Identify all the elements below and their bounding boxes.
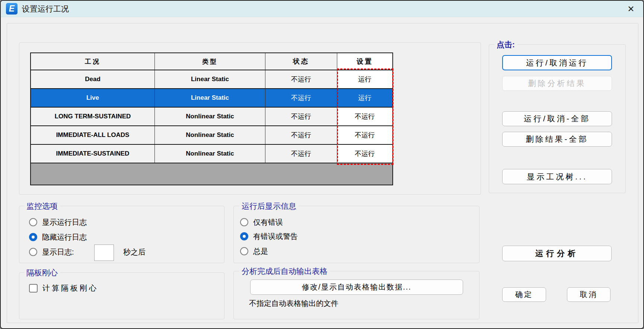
click-group-label: 点击:: [494, 39, 517, 50]
radio-icon[interactable]: [240, 247, 248, 255]
checkbox-label[interactable]: 计算隔板刚心: [42, 283, 98, 293]
run-cases-dialog: E 设置运行工况 ✕ 工况 类型 状态 设置 Dead Linear Stati…: [0, 0, 644, 329]
cell-type: Nonlinear Static: [155, 108, 265, 125]
cell-case: Dead: [31, 70, 155, 88]
cell-status: 不运行: [265, 89, 337, 107]
run-all-button[interactable]: 运行/取消-全部: [502, 111, 612, 126]
load-cases-table: 工况 类型 状态 设置 Dead Linear Static 不运行 运行 Li…: [30, 52, 393, 185]
table-row[interactable]: IMMEDIATE-ALL LOADS Nonlinear Static 不运行…: [31, 126, 392, 145]
radio-label[interactable]: 显示日志:: [42, 247, 74, 257]
header-status: 状态: [265, 53, 337, 70]
radio-icon[interactable]: [240, 218, 248, 226]
cell-case: IMMEDIATE-ALL LOADS: [31, 126, 155, 144]
cell-status: 不运行: [265, 126, 337, 144]
header-type: 类型: [155, 53, 265, 70]
cell-action[interactable]: 运行: [337, 89, 392, 107]
table-row[interactable]: LONG TERM-SUSTAINED Nonlinear Static 不运行…: [31, 108, 392, 126]
message-group-label: 运行后显示信息: [239, 201, 299, 211]
cell-action[interactable]: 不运行: [337, 108, 392, 125]
close-icon[interactable]: ✕: [625, 3, 637, 15]
cell-action[interactable]: 不运行: [337, 126, 392, 144]
cell-case: Live: [31, 89, 155, 107]
radio-icon-selected[interactable]: [240, 232, 248, 240]
diaphragm-group-label: 隔板刚心: [24, 268, 60, 278]
radio-errors-only[interactable]: 仅有错误: [240, 217, 283, 228]
cell-status: 不运行: [265, 108, 337, 125]
table-row[interactable]: Dead Linear Static 不运行 运行: [31, 70, 392, 89]
checkbox-calc-diaphragm[interactable]: 计算隔板刚心: [29, 282, 98, 294]
table-row-selected[interactable]: Live Linear Static 不运行 运行: [31, 89, 392, 108]
radio-label[interactable]: 有错误或警告: [253, 231, 298, 242]
radio-label[interactable]: 仅有错误: [253, 217, 283, 227]
ok-button[interactable]: 确定: [502, 287, 546, 302]
checkbox-icon[interactable]: [29, 284, 38, 293]
table-header-row: 工况 类型 状态 设置: [31, 53, 392, 70]
cell-type: Linear Static: [155, 70, 265, 88]
auto-tables-group: [233, 271, 479, 319]
seconds-suffix-label: 秒之后: [123, 247, 146, 257]
cell-case: IMMEDIATE-SUSTAINED: [31, 145, 155, 163]
cell-action[interactable]: 不运行: [337, 145, 392, 163]
radio-errors-warnings[interactable]: 有错误或警告: [240, 231, 298, 242]
monitor-group-label: 监控选项: [24, 201, 60, 211]
show-case-tree-button[interactable]: 显示工况树...: [502, 169, 612, 184]
app-logo-icon: E: [6, 3, 17, 15]
table-empty-area: [31, 163, 392, 185]
radio-label[interactable]: 隐藏运行日志: [42, 232, 87, 242]
title-bar: E 设置运行工况 ✕: [1, 1, 643, 17]
header-action: 设置: [337, 53, 392, 70]
seconds-input[interactable]: [94, 245, 114, 261]
radio-label[interactable]: 总是: [253, 246, 268, 256]
cell-case: LONG TERM-SUSTAINED: [31, 108, 155, 125]
radio-icon[interactable]: [29, 248, 37, 256]
cell-action[interactable]: 运行: [337, 70, 392, 88]
cell-status: 不运行: [265, 145, 337, 163]
radio-show-log[interactable]: 显示运行日志: [29, 217, 87, 228]
run-analysis-button[interactable]: 运行分析: [502, 246, 612, 261]
auto-tables-group-label: 分析完成后自动输出表格: [239, 266, 330, 277]
cell-type: Nonlinear Static: [155, 126, 265, 144]
delete-all-results-button[interactable]: 删除结果-全部: [502, 132, 612, 147]
auto-tables-note: 不指定自动表格输出的文件: [249, 298, 338, 309]
cell-status: 不运行: [265, 70, 337, 88]
radio-icon-selected[interactable]: [29, 233, 37, 241]
radio-always[interactable]: 总是: [240, 246, 268, 257]
cell-type: Linear Static: [155, 89, 265, 107]
radio-label[interactable]: 显示运行日志: [42, 217, 87, 227]
modify-auto-tables-button[interactable]: 修改/显示自动表格输出数据...: [250, 280, 463, 295]
cancel-button[interactable]: 取消: [567, 287, 610, 302]
header-case: 工况: [31, 53, 155, 70]
run-case-button[interactable]: 运行/取消运行: [502, 55, 612, 70]
radio-show-log-after[interactable]: 显示日志:: [29, 246, 74, 258]
cell-type: Nonlinear Static: [155, 145, 265, 163]
radio-hide-log[interactable]: 隐藏运行日志: [29, 231, 87, 243]
dialog-title: 设置运行工况: [22, 1, 69, 17]
delete-case-results-button[interactable]: 删除分析结果: [502, 76, 612, 91]
table-row[interactable]: IMMEDIATE-SUSTAINED Nonlinear Static 不运行…: [31, 145, 392, 163]
radio-icon[interactable]: [29, 218, 37, 226]
diaphragm-group: [19, 272, 224, 319]
